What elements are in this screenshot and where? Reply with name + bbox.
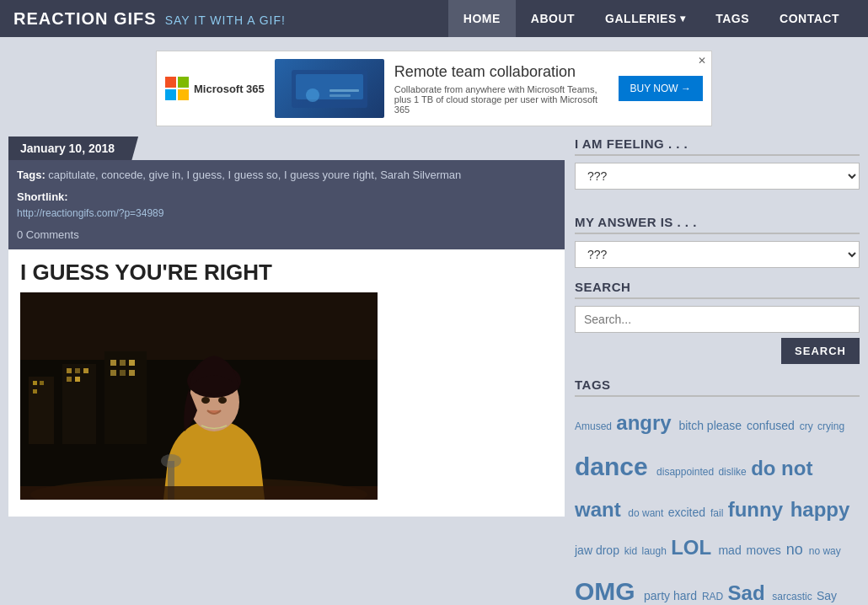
nav-galleries[interactable]: GALLERIES xyxy=(590,0,700,37)
tag-funny[interactable]: funny xyxy=(728,498,789,521)
post-tags: Tags: capitulate, concede, give in, I gu… xyxy=(17,167,556,184)
ad-text-area: Remote team collaboration Collaborate fr… xyxy=(394,63,608,115)
tag-party-hard[interactable]: party hard xyxy=(644,589,700,602)
tag-mad[interactable]: mad xyxy=(718,543,744,557)
ad-close-button[interactable]: ✕ xyxy=(698,55,706,67)
svg-rect-19 xyxy=(120,360,126,366)
ad-logo: Microsoft 365 xyxy=(165,77,265,100)
tag-dance[interactable]: dance xyxy=(575,452,655,480)
tag-moves[interactable]: moves xyxy=(747,543,785,557)
post-gif-container xyxy=(8,292,565,500)
answer-title: MY ANSWER IS . . . xyxy=(575,215,860,234)
tag-bitch-please[interactable]: bitch please xyxy=(678,419,745,432)
ms-blue-square xyxy=(165,89,176,100)
tag-confused[interactable]: confused xyxy=(747,419,798,432)
ad-container: ✕ Microsoft 365 Remote team collaboratio… xyxy=(156,51,712,126)
svg-rect-12 xyxy=(67,368,72,373)
feeling-title: I AM FEELING . . . xyxy=(575,137,860,156)
tag-dislike[interactable]: dislike xyxy=(718,466,749,478)
left-column: January 10, 2018 Tags: capitulate, conce… xyxy=(8,137,565,605)
tag-no-way[interactable]: no way xyxy=(809,545,841,557)
nav-about[interactable]: ABOUT xyxy=(516,0,590,37)
tag-sarcastic[interactable]: sarcastic xyxy=(772,591,815,602)
tag-jaw-drop[interactable]: jaw drop xyxy=(575,543,623,557)
ad-subtext: Collaborate from anywhere with Microsoft… xyxy=(394,84,608,115)
post-tags-list: capitulate, concede, give in, I guess, I… xyxy=(48,169,461,181)
ms-red-square xyxy=(165,77,176,88)
svg-rect-20 xyxy=(129,360,135,366)
right-sidebar: I AM FEELING . . . ??? MY ANSWER IS . . … xyxy=(575,137,860,605)
tag-no[interactable]: no xyxy=(786,541,807,558)
search-section: SEARCH SEARCH xyxy=(575,280,860,364)
svg-rect-16 xyxy=(75,377,80,382)
tag-crying[interactable]: crying xyxy=(817,420,844,432)
tag-do-want[interactable]: do want xyxy=(628,507,666,519)
feeling-select[interactable]: ??? xyxy=(575,163,860,190)
ms-logo-icon xyxy=(165,77,189,100)
shortlink-label: Shortlink: xyxy=(17,190,68,203)
nav-tags[interactable]: TAGS xyxy=(700,0,764,37)
search-input[interactable] xyxy=(575,306,860,333)
tag-kid[interactable]: kid xyxy=(624,545,640,557)
ad-image xyxy=(275,59,384,118)
tag-lol[interactable]: LOL xyxy=(671,536,716,559)
svg-rect-9 xyxy=(40,381,44,385)
nav-home[interactable]: HOME xyxy=(448,0,516,37)
nav-contact[interactable]: CONTACT xyxy=(764,0,855,37)
svg-rect-3 xyxy=(330,89,359,92)
main-layout: January 10, 2018 Tags: capitulate, conce… xyxy=(0,137,868,605)
svg-rect-4 xyxy=(330,94,351,97)
tag-sad[interactable]: Sad xyxy=(728,581,771,604)
svg-rect-33 xyxy=(20,486,378,500)
svg-point-30 xyxy=(218,397,227,404)
post-date: January 10, 2018 xyxy=(8,137,138,160)
post-meta: Tags: capitulate, concede, give in, I gu… xyxy=(8,160,565,249)
ad-headline: Remote team collaboration xyxy=(394,63,608,81)
post-title: I GUESS YOU'RE RIGHT xyxy=(8,249,565,292)
tag-cry[interactable]: cry xyxy=(800,420,816,432)
header: REACTION GIFS SAY IT WITH A GIF! HOME AB… xyxy=(0,0,868,37)
post-gif-image xyxy=(20,292,378,500)
svg-rect-10 xyxy=(33,389,37,394)
search-title: SEARCH xyxy=(575,280,860,299)
site-title-area: REACTION GIFS SAY IT WITH A GIF! xyxy=(13,9,448,29)
tag-omg[interactable]: OMG xyxy=(575,577,642,605)
ad-cta-button[interactable]: BUY NOW → xyxy=(619,76,703,101)
shortlink-url[interactable]: http://reactiongifs.com/?p=34989 xyxy=(17,207,163,219)
ad-brand: Microsoft 365 xyxy=(194,83,265,95)
tag-angry[interactable]: angry xyxy=(616,411,677,434)
svg-rect-13 xyxy=(75,368,80,373)
svg-rect-8 xyxy=(33,381,37,385)
svg-rect-21 xyxy=(110,370,116,376)
ms-yellow-square xyxy=(178,89,189,100)
answer-select[interactable]: ??? xyxy=(575,241,860,268)
svg-point-32 xyxy=(161,454,181,468)
answer-section: MY ANSWER IS . . . ??? xyxy=(575,215,860,280)
comments-count[interactable]: 0 Comments xyxy=(17,227,556,244)
tags-cloud: Amused angry bitch please confused cry c… xyxy=(575,404,860,605)
svg-rect-15 xyxy=(67,377,72,382)
svg-rect-14 xyxy=(83,368,88,373)
ms-green-square xyxy=(178,77,189,88)
svg-rect-18 xyxy=(110,360,116,366)
svg-rect-7 xyxy=(29,377,54,444)
ad-banner: ✕ Microsoft 365 Remote team collaboratio… xyxy=(0,37,868,137)
tag-disappointed[interactable]: disappointed xyxy=(656,466,716,478)
tag-rad[interactable]: RAD xyxy=(702,591,726,602)
search-button[interactable]: SEARCH xyxy=(781,338,860,364)
svg-rect-22 xyxy=(120,370,126,376)
tag-fail[interactable]: fail xyxy=(710,507,726,519)
svg-rect-23 xyxy=(129,370,135,376)
feeling-section: I AM FEELING . . . ??? xyxy=(575,137,860,201)
svg-point-2 xyxy=(306,88,319,102)
svg-point-29 xyxy=(201,397,210,404)
tags-label: Tags: xyxy=(17,169,46,181)
tag-amused[interactable]: Amused xyxy=(575,420,614,432)
tags-section: TAGS Amused angry bitch please confused … xyxy=(575,377,860,605)
tags-title: TAGS xyxy=(575,377,860,397)
tag-happy[interactable]: happy xyxy=(790,498,850,521)
tag-laugh[interactable]: laugh xyxy=(642,545,670,557)
site-tagline: SAY IT WITH A GIF! xyxy=(165,13,286,27)
tag-excited[interactable]: excited xyxy=(668,506,709,519)
site-title: REACTION GIFS xyxy=(13,9,157,29)
